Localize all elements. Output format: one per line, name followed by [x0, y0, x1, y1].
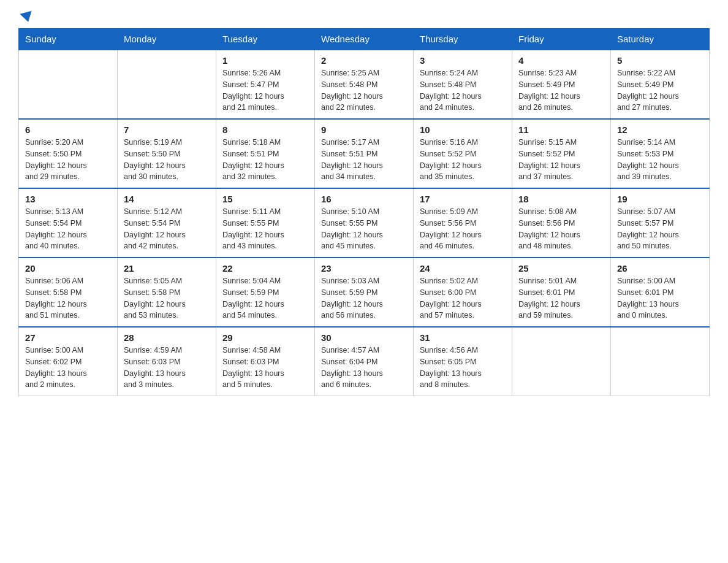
day-number: 27 — [25, 332, 111, 343]
day-info: Sunrise: 4:58 AM Sunset: 6:03 PM Dayligh… — [222, 345, 308, 391]
day-number: 19 — [617, 194, 703, 204]
day-cell: 7Sunrise: 5:19 AM Sunset: 5:50 PM Daylig… — [118, 119, 216, 188]
day-number: 17 — [420, 194, 506, 204]
week-row-5: 27Sunrise: 5:00 AM Sunset: 6:02 PM Dayli… — [19, 327, 710, 396]
day-cell — [19, 50, 118, 119]
day-info: Sunrise: 5:00 AM Sunset: 6:01 PM Dayligh… — [617, 275, 703, 321]
day-number: 22 — [222, 263, 308, 274]
day-info: Sunrise: 5:18 AM Sunset: 5:51 PM Dayligh… — [222, 137, 308, 183]
day-info: Sunrise: 5:26 AM Sunset: 5:47 PM Dayligh… — [222, 67, 308, 113]
day-cell: 21Sunrise: 5:05 AM Sunset: 5:58 PM Dayli… — [118, 258, 216, 327]
day-cell: 25Sunrise: 5:01 AM Sunset: 6:01 PM Dayli… — [512, 258, 611, 327]
header-wednesday: Wednesday — [315, 29, 414, 50]
day-number: 7 — [124, 124, 210, 135]
day-info: Sunrise: 5:03 AM Sunset: 5:59 PM Dayligh… — [321, 275, 407, 321]
day-info: Sunrise: 5:08 AM Sunset: 5:56 PM Dayligh… — [518, 206, 604, 252]
day-info: Sunrise: 5:04 AM Sunset: 5:59 PM Dayligh… — [222, 275, 308, 321]
day-number: 11 — [518, 124, 604, 135]
day-number: 16 — [321, 194, 407, 204]
day-info: Sunrise: 5:05 AM Sunset: 5:58 PM Dayligh… — [124, 275, 210, 321]
day-info: Sunrise: 5:20 AM Sunset: 5:50 PM Dayligh… — [25, 137, 111, 183]
day-cell: 31Sunrise: 4:56 AM Sunset: 6:05 PM Dayli… — [414, 327, 512, 396]
day-cell: 11Sunrise: 5:15 AM Sunset: 5:52 PM Dayli… — [512, 119, 611, 188]
day-info: Sunrise: 5:10 AM Sunset: 5:55 PM Dayligh… — [321, 206, 407, 252]
week-row-1: 1Sunrise: 5:26 AM Sunset: 5:47 PM Daylig… — [19, 50, 710, 119]
logo — [18, 12, 33, 22]
day-info: Sunrise: 5:16 AM Sunset: 5:52 PM Dayligh… — [420, 137, 506, 183]
day-number: 21 — [124, 263, 210, 274]
day-number: 26 — [617, 263, 703, 274]
day-number: 30 — [321, 332, 407, 343]
day-number: 20 — [25, 263, 111, 274]
day-cell: 22Sunrise: 5:04 AM Sunset: 5:59 PM Dayli… — [216, 258, 315, 327]
day-cell: 30Sunrise: 4:57 AM Sunset: 6:04 PM Dayli… — [315, 327, 414, 396]
day-cell: 17Sunrise: 5:09 AM Sunset: 5:56 PM Dayli… — [414, 188, 512, 258]
day-number: 5 — [617, 55, 703, 66]
day-info: Sunrise: 5:11 AM Sunset: 5:55 PM Dayligh… — [222, 206, 308, 252]
day-cell: 6Sunrise: 5:20 AM Sunset: 5:50 PM Daylig… — [19, 119, 118, 188]
day-info: Sunrise: 4:57 AM Sunset: 6:04 PM Dayligh… — [321, 345, 407, 391]
day-info: Sunrise: 5:15 AM Sunset: 5:52 PM Dayligh… — [518, 137, 604, 183]
calendar-table: SundayMondayTuesdayWednesdayThursdayFrid… — [18, 28, 710, 396]
day-cell: 20Sunrise: 5:06 AM Sunset: 5:58 PM Dayli… — [19, 258, 118, 327]
day-cell: 15Sunrise: 5:11 AM Sunset: 5:55 PM Dayli… — [216, 188, 315, 258]
day-number: 23 — [321, 263, 407, 274]
day-cell: 24Sunrise: 5:02 AM Sunset: 6:00 PM Dayli… — [414, 258, 512, 327]
week-row-4: 20Sunrise: 5:06 AM Sunset: 5:58 PM Dayli… — [19, 258, 710, 327]
day-info: Sunrise: 5:13 AM Sunset: 5:54 PM Dayligh… — [25, 206, 111, 252]
day-number: 4 — [518, 55, 604, 66]
header-thursday: Thursday — [414, 29, 512, 50]
day-cell: 13Sunrise: 5:13 AM Sunset: 5:54 PM Dayli… — [19, 188, 118, 258]
day-number: 14 — [124, 194, 210, 204]
day-number: 3 — [420, 55, 506, 66]
day-info: Sunrise: 5:17 AM Sunset: 5:51 PM Dayligh… — [321, 137, 407, 183]
day-cell: 10Sunrise: 5:16 AM Sunset: 5:52 PM Dayli… — [414, 119, 512, 188]
header-monday: Monday — [118, 29, 216, 50]
day-cell — [118, 50, 216, 119]
day-number: 2 — [321, 55, 407, 66]
day-cell: 23Sunrise: 5:03 AM Sunset: 5:59 PM Dayli… — [315, 258, 414, 327]
day-cell: 29Sunrise: 4:58 AM Sunset: 6:03 PM Dayli… — [216, 327, 315, 396]
header-sunday: Sunday — [19, 29, 118, 50]
day-cell: 9Sunrise: 5:17 AM Sunset: 5:51 PM Daylig… — [315, 119, 414, 188]
day-info: Sunrise: 5:14 AM Sunset: 5:53 PM Dayligh… — [617, 137, 703, 183]
day-info: Sunrise: 5:23 AM Sunset: 5:49 PM Dayligh… — [518, 67, 604, 113]
day-cell: 26Sunrise: 5:00 AM Sunset: 6:01 PM Dayli… — [611, 258, 710, 327]
day-cell — [611, 327, 710, 396]
day-cell: 18Sunrise: 5:08 AM Sunset: 5:56 PM Dayli… — [512, 188, 611, 258]
day-info: Sunrise: 5:02 AM Sunset: 6:00 PM Dayligh… — [420, 275, 506, 321]
day-number: 25 — [518, 263, 604, 274]
day-cell: 14Sunrise: 5:12 AM Sunset: 5:54 PM Dayli… — [118, 188, 216, 258]
header-saturday: Saturday — [611, 29, 710, 50]
day-info: Sunrise: 5:24 AM Sunset: 5:48 PM Dayligh… — [420, 67, 506, 113]
day-number: 10 — [420, 124, 506, 135]
header-friday: Friday — [512, 29, 611, 50]
day-cell: 2Sunrise: 5:25 AM Sunset: 5:48 PM Daylig… — [315, 50, 414, 119]
day-info: Sunrise: 5:25 AM Sunset: 5:48 PM Dayligh… — [321, 67, 407, 113]
day-number: 29 — [222, 332, 308, 343]
day-number: 8 — [222, 124, 308, 135]
day-cell: 4Sunrise: 5:23 AM Sunset: 5:49 PM Daylig… — [512, 50, 611, 119]
day-info: Sunrise: 5:07 AM Sunset: 5:57 PM Dayligh… — [617, 206, 703, 252]
day-cell: 19Sunrise: 5:07 AM Sunset: 5:57 PM Dayli… — [611, 188, 710, 258]
day-number: 31 — [420, 332, 506, 343]
day-number: 15 — [222, 194, 308, 204]
day-number: 24 — [420, 263, 506, 274]
logo-triangle-icon — [20, 11, 34, 24]
calendar-header-row: SundayMondayTuesdayWednesdayThursdayFrid… — [19, 29, 710, 50]
day-info: Sunrise: 4:56 AM Sunset: 6:05 PM Dayligh… — [420, 345, 506, 391]
day-info: Sunrise: 5:06 AM Sunset: 5:58 PM Dayligh… — [25, 275, 111, 321]
week-row-2: 6Sunrise: 5:20 AM Sunset: 5:50 PM Daylig… — [19, 119, 710, 188]
day-cell: 27Sunrise: 5:00 AM Sunset: 6:02 PM Dayli… — [19, 327, 118, 396]
day-cell: 5Sunrise: 5:22 AM Sunset: 5:49 PM Daylig… — [611, 50, 710, 119]
day-info: Sunrise: 5:01 AM Sunset: 6:01 PM Dayligh… — [518, 275, 604, 321]
day-number: 18 — [518, 194, 604, 204]
day-info: Sunrise: 5:12 AM Sunset: 5:54 PM Dayligh… — [124, 206, 210, 252]
day-cell: 3Sunrise: 5:24 AM Sunset: 5:48 PM Daylig… — [414, 50, 512, 119]
day-number: 13 — [25, 194, 111, 204]
page-header — [18, 12, 710, 22]
day-info: Sunrise: 5:09 AM Sunset: 5:56 PM Dayligh… — [420, 206, 506, 252]
header-tuesday: Tuesday — [216, 29, 315, 50]
week-row-3: 13Sunrise: 5:13 AM Sunset: 5:54 PM Dayli… — [19, 188, 710, 258]
day-cell: 16Sunrise: 5:10 AM Sunset: 5:55 PM Dayli… — [315, 188, 414, 258]
